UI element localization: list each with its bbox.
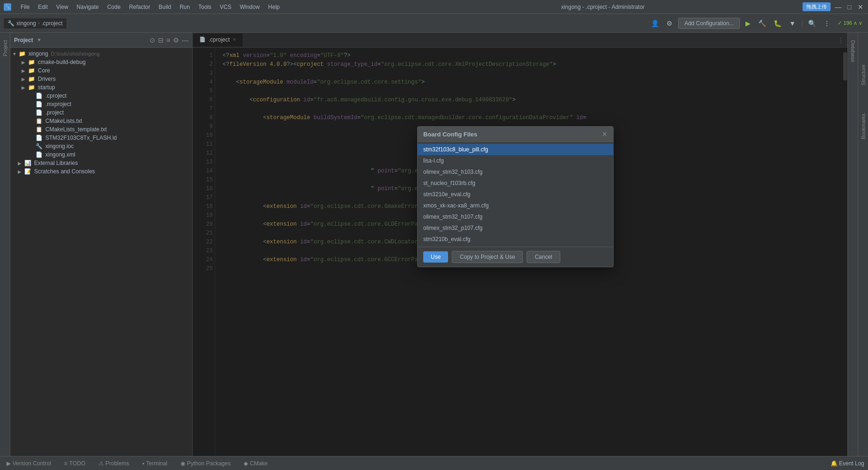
menu-run[interactable]: Run bbox=[176, 2, 194, 12]
menu-help[interactable]: Help bbox=[264, 2, 283, 12]
use-button[interactable]: Use bbox=[423, 251, 448, 263]
dropdown-icon[interactable]: ▼ bbox=[787, 19, 797, 28]
menu-file[interactable]: File bbox=[17, 2, 33, 12]
cmake-label: CMake bbox=[250, 460, 268, 467]
version-control-tab[interactable]: ▶ Version Control bbox=[4, 459, 54, 468]
profile-icon[interactable]: 👤 bbox=[649, 19, 661, 28]
tree-cmakelists-template[interactable]: ▶ 📋 CMakeLists_template.txt bbox=[10, 125, 192, 134]
menu-navigate[interactable]: Navigate bbox=[73, 2, 102, 12]
menu-edit[interactable]: Edit bbox=[34, 2, 51, 12]
modal-close-button[interactable]: ✕ bbox=[602, 130, 608, 138]
version-control-icon: ▶ bbox=[7, 460, 11, 467]
tree-scratches-consoles[interactable]: ▶ 📝 Scratches and Consoles bbox=[10, 167, 192, 176]
root-name: xingong bbox=[29, 50, 48, 57]
menu-code[interactable]: Code bbox=[103, 2, 124, 12]
terminal-tab[interactable]: ▪ Terminal bbox=[139, 459, 170, 468]
cancel-button[interactable]: Cancel bbox=[527, 251, 560, 263]
python-packages-label: Python Packages bbox=[187, 460, 231, 467]
maximize-button[interactable]: □ bbox=[846, 3, 853, 11]
project-dropdown-icon[interactable]: ▼ bbox=[37, 37, 42, 43]
menu-build[interactable]: Build bbox=[155, 2, 175, 12]
add-configuration-button[interactable]: Add Configuration... bbox=[678, 18, 740, 29]
tree-flash-ld[interactable]: ▶ 📄 STM32F103C8Tx_FLASH.ld bbox=[10, 134, 192, 142]
modal-list-item-8[interactable]: stm3210b_eval.cfg bbox=[418, 234, 613, 245]
python-packages-tab[interactable]: ◉ Python Packages bbox=[178, 459, 233, 468]
collapse-all-icon[interactable]: ⊟ bbox=[158, 36, 164, 44]
search-icon[interactable]: 🔍 bbox=[806, 19, 818, 28]
menu-refactor[interactable]: Refactor bbox=[125, 2, 154, 12]
cmake-build-debug-label: cmake-build-debug bbox=[38, 59, 86, 65]
cmake-tab[interactable]: ◆ CMake bbox=[241, 459, 270, 468]
close-button[interactable]: ✕ bbox=[857, 3, 864, 11]
gear-icon[interactable]: ⚙ bbox=[173, 36, 179, 44]
flash-ld-icon: 📄 bbox=[36, 135, 43, 141]
bookmarks-vtab[interactable]: Bookmarks bbox=[860, 110, 867, 143]
menu-tools[interactable]: Tools bbox=[195, 2, 215, 12]
tree-cmakelists[interactable]: ▶ 📋 CMakeLists.txt bbox=[10, 117, 192, 125]
todo-tab[interactable]: ≡ TODO bbox=[61, 459, 88, 468]
tree-root-item[interactable]: ▼ 📁 xingong D:\loulu\shisi\xingong bbox=[10, 50, 192, 58]
project-panel-title: Project bbox=[14, 37, 33, 43]
tree-mxproject[interactable]: ▶ 📄 .mxproject bbox=[10, 100, 192, 108]
toolbar-more-icon[interactable]: ⋮ bbox=[822, 19, 832, 28]
tree-ioc[interactable]: ▶ 🔧 xingong.ioc bbox=[10, 142, 192, 150]
tree-external-libraries[interactable]: ▶ 📊 External Libraries bbox=[10, 159, 192, 167]
cloud-upload-badge[interactable]: 拖拽上传 bbox=[803, 2, 831, 11]
menu-bar: File Edit View Navigate Code Refactor Bu… bbox=[17, 2, 283, 12]
project-header: Project ▼ ⊙ ⊟ ≡ ⚙ — bbox=[10, 33, 192, 48]
run-icon[interactable]: ▶ bbox=[744, 19, 752, 28]
window-title: xingong - .cproject - Administrator bbox=[403, 4, 803, 10]
editor-file-tab-label: .cproject bbox=[41, 20, 62, 27]
board-config-dialog: Board Config Files ✕ stm32f103c8_blue_pi… bbox=[417, 126, 614, 267]
database-vtab[interactable]: Database bbox=[849, 36, 857, 66]
core-folder-icon: 📁 bbox=[28, 67, 35, 74]
debug-icon[interactable]: 🐛 bbox=[772, 19, 783, 28]
right-vertical-tabs: Database bbox=[847, 33, 858, 456]
modal-list-item-2[interactable]: olimex_stm32_h103.cfg bbox=[418, 166, 613, 178]
event-log-tab[interactable]: 🔔 Event Log bbox=[831, 460, 864, 467]
ext-lib-icon: 📊 bbox=[24, 160, 31, 166]
project-vtab[interactable]: Project bbox=[1, 36, 9, 60]
modal-overlay: Board Config Files ✕ stm32f103c8_blue_pi… bbox=[193, 33, 847, 456]
build-icon[interactable]: 🔨 bbox=[756, 19, 768, 28]
root-expand-arrow: ▼ bbox=[12, 51, 18, 57]
flash-ld-label: STM32F103C8Tx_FLASH.ld bbox=[45, 135, 117, 141]
expand-options-icon[interactable]: ≡ bbox=[166, 36, 170, 44]
modal-list-item-7[interactable]: olimex_stm32_p107.cfg bbox=[418, 222, 613, 234]
problems-tab[interactable]: ⚠ Problems bbox=[96, 459, 132, 468]
modal-list-item-6[interactable]: olimex_stm32_h107.cfg bbox=[418, 211, 613, 222]
structure-vtab[interactable]: Structure bbox=[860, 61, 867, 89]
menu-vcs[interactable]: VCS bbox=[216, 2, 235, 12]
modal-list-item-1[interactable]: lisa-l.cfg bbox=[418, 155, 613, 166]
left-tools-sidebar: Structure Bookmarks bbox=[858, 33, 868, 456]
tree-startup[interactable]: ▶ 📁 startup bbox=[10, 83, 192, 92]
minimize-panel-icon[interactable]: — bbox=[182, 36, 188, 44]
cmake-icon: ◆ bbox=[244, 460, 248, 467]
tree-cmake-build-debug[interactable]: ▶ 📁 cmake-build-debug bbox=[10, 58, 192, 66]
tree-cproject[interactable]: ▶ 📄 .cproject bbox=[10, 92, 192, 100]
tree-drivers[interactable]: ▶ 📁 Drivers bbox=[10, 75, 192, 83]
modal-list-item-4[interactable]: stm3210e_eval.cfg bbox=[418, 189, 613, 200]
left-vertical-tabs: Project bbox=[0, 33, 10, 456]
xml-file-icon: 📄 bbox=[36, 151, 43, 158]
toolbar: 🔧 xingong › .cproject 👤 ⚙ Add Configurat… bbox=[0, 14, 868, 33]
menu-window[interactable]: Window bbox=[236, 2, 264, 12]
tree-xml[interactable]: ▶ 📄 xingong.xml bbox=[10, 150, 192, 159]
mxproject-label: .mxproject bbox=[45, 101, 71, 107]
cmake-expand-arrow: ▶ bbox=[22, 60, 27, 65]
cmakelists-template-icon: 📋 bbox=[36, 126, 43, 133]
settings-icon[interactable]: ⚙ bbox=[665, 19, 674, 28]
tree-project[interactable]: ▶ 📄 .project bbox=[10, 108, 192, 117]
menu-view[interactable]: View bbox=[52, 2, 72, 12]
locate-file-icon[interactable]: ⊙ bbox=[150, 36, 155, 44]
cmakelists-template-label: CMakeLists_template.txt bbox=[45, 126, 107, 133]
modal-footer: Use Copy to Project & Use Cancel bbox=[418, 247, 613, 267]
problems-label: Problems bbox=[106, 460, 130, 467]
tree-core[interactable]: ▶ 📁 Core bbox=[10, 66, 192, 75]
copy-to-project-button[interactable]: Copy to Project & Use bbox=[452, 251, 523, 263]
minimize-button[interactable]: — bbox=[834, 3, 842, 11]
modal-list-item-3[interactable]: st_nucleo_f103rb.cfg bbox=[418, 178, 613, 189]
problems-icon: ⚠ bbox=[99, 460, 104, 467]
modal-list-item-5[interactable]: xmos_xk-xac-xa8_arm.cfg bbox=[418, 200, 613, 211]
modal-list-item-0[interactable]: stm32f103c8_blue_pill.cfg bbox=[418, 144, 613, 155]
